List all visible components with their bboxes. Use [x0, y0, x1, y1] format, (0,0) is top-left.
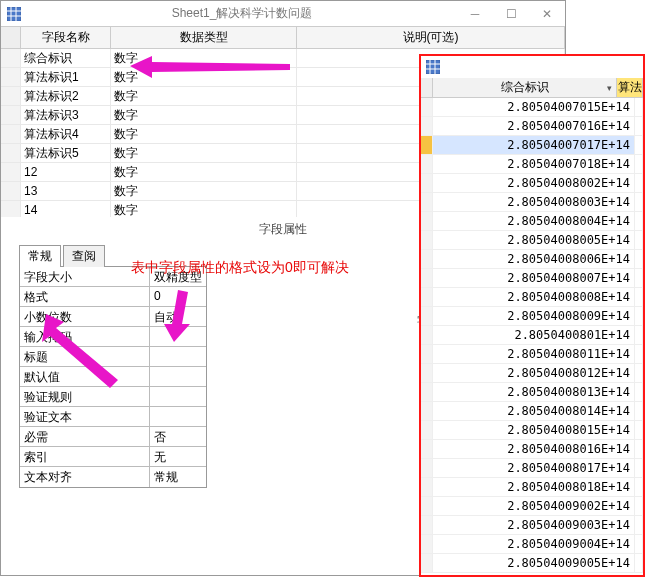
field-type-cell[interactable]: 数字	[111, 49, 297, 67]
cell-value[interactable]: 2.80504009003E+14	[433, 516, 635, 534]
cell-value[interactable]: 2.80504008008E+14	[433, 288, 635, 306]
maximize-button[interactable]: ☐	[493, 1, 529, 27]
field-type-cell[interactable]: 数字	[111, 68, 297, 86]
field-name-cell[interactable]: 算法标识1	[21, 68, 111, 86]
row-selector[interactable]	[421, 269, 433, 287]
field-name-cell[interactable]: 综合标识	[21, 49, 111, 67]
row-selector[interactable]	[1, 144, 21, 162]
field-type-cell[interactable]: 数字	[111, 182, 297, 200]
property-value[interactable]: 自动	[150, 307, 206, 326]
data-row[interactable]: 2.80504008012E+14	[421, 364, 643, 383]
data-row[interactable]: 2.80504008002E+14	[421, 174, 643, 193]
row-selector[interactable]	[421, 288, 433, 306]
row-selector[interactable]	[421, 326, 433, 344]
property-value[interactable]: 常规	[150, 467, 206, 487]
cell-value[interactable]: 2.80504008004E+14	[433, 212, 635, 230]
data-row[interactable]: 2.80504007018E+14	[421, 155, 643, 174]
row-selector[interactable]	[421, 212, 433, 230]
property-value[interactable]	[150, 407, 206, 426]
row-selector[interactable]	[421, 307, 433, 325]
property-value[interactable]: 0	[150, 287, 206, 306]
row-selector[interactable]	[421, 193, 433, 211]
row-selector[interactable]	[421, 516, 433, 534]
tab-lookup[interactable]: 查阅	[63, 245, 105, 267]
data-row[interactable]: 2.80504008014E+14	[421, 402, 643, 421]
field-name-cell[interactable]: 算法标识3	[21, 106, 111, 124]
cell-value[interactable]: 2.80504008018E+14	[433, 478, 635, 496]
column-header-2[interactable]: 算法	[617, 78, 643, 97]
data-row[interactable]: 2.80504008009E+14	[421, 307, 643, 326]
cell-value[interactable]: 2.80504009004E+14	[433, 535, 635, 553]
cell-value[interactable]: 2.80504008011E+14	[433, 345, 635, 363]
row-selector-header[interactable]	[1, 27, 21, 48]
data-row[interactable]: 2.80504008008E+14	[421, 288, 643, 307]
row-selector[interactable]	[421, 535, 433, 553]
data-row[interactable]: 2.80504009002E+14	[421, 497, 643, 516]
data-row[interactable]: 2.80504007015E+14	[421, 98, 643, 117]
field-type-cell[interactable]: 数字	[111, 144, 297, 162]
row-selector[interactable]	[421, 155, 433, 173]
property-value[interactable]	[150, 367, 206, 386]
cell-value[interactable]: 2.80504008005E+14	[433, 231, 635, 249]
row-selector[interactable]	[421, 383, 433, 401]
property-value[interactable]: 无	[150, 447, 206, 466]
minimize-button[interactable]: ─	[457, 1, 493, 27]
cell-value[interactable]: 2.80504009002E+14	[433, 497, 635, 515]
cell-value[interactable]: 2.80504008009E+14	[433, 307, 635, 325]
cell-value[interactable]: 2.80504008013E+14	[433, 383, 635, 401]
chevron-down-icon[interactable]: ▾	[607, 83, 612, 93]
property-value[interactable]	[150, 347, 206, 366]
data-row[interactable]: 2.80504008013E+14	[421, 383, 643, 402]
data-row[interactable]: 2.80504008015E+14	[421, 421, 643, 440]
close-button[interactable]: ✕	[529, 1, 565, 27]
data-row[interactable]: 2.80504008007E+14	[421, 269, 643, 288]
cell-value[interactable]: 2.80504007015E+14	[433, 98, 635, 116]
row-selector[interactable]	[1, 106, 21, 124]
cell-value[interactable]: 2.80504008002E+14	[433, 174, 635, 192]
col-data-type[interactable]: 数据类型	[111, 27, 297, 48]
cell-value[interactable]: 2.80504007018E+14	[433, 155, 635, 173]
data-row[interactable]: 2.80504009003E+14	[421, 516, 643, 535]
data-row[interactable]: 2.80504008005E+14	[421, 231, 643, 250]
row-selector[interactable]	[1, 163, 21, 181]
row-selector[interactable]	[1, 125, 21, 143]
row-selector[interactable]	[1, 87, 21, 105]
row-selector[interactable]	[1, 182, 21, 200]
row-selector[interactable]	[421, 250, 433, 268]
tab-general[interactable]: 常规	[19, 245, 61, 267]
row-selector[interactable]	[421, 478, 433, 496]
cell-value[interactable]: 2.80504008006E+14	[433, 250, 635, 268]
cell-value[interactable]: 2.80504008016E+14	[433, 440, 635, 458]
property-value[interactable]	[150, 387, 206, 406]
field-name-cell[interactable]: 算法标识4	[21, 125, 111, 143]
cell-value[interactable]: 2.80504008007E+14	[433, 269, 635, 287]
row-selector[interactable]	[421, 345, 433, 363]
cell-value[interactable]: 2.80504009005E+14	[433, 554, 635, 572]
cell-value[interactable]: 2.80504007016E+14	[433, 117, 635, 135]
property-value[interactable]	[150, 327, 206, 346]
field-type-cell[interactable]: 数字	[111, 125, 297, 143]
row-selector[interactable]	[421, 231, 433, 249]
row-selector[interactable]	[1, 49, 21, 67]
data-row[interactable]: 2.8050400801E+14	[421, 326, 643, 345]
data-row[interactable]: 2.80504008018E+14	[421, 478, 643, 497]
row-selector[interactable]	[421, 136, 433, 154]
data-row[interactable]: 2.80504008003E+14	[421, 193, 643, 212]
field-type-cell[interactable]: 数字	[111, 87, 297, 105]
row-selector[interactable]	[421, 364, 433, 382]
cell-value[interactable]: 2.80504008015E+14	[433, 421, 635, 439]
cell-value[interactable]: 2.80504007017E+14	[433, 136, 635, 154]
field-type-cell[interactable]: 数字	[111, 201, 297, 217]
row-selector[interactable]	[421, 497, 433, 515]
data-row[interactable]: 2.80504007016E+14	[421, 117, 643, 136]
field-name-cell[interactable]: 12	[21, 163, 111, 181]
data-row[interactable]: 2.80504007017E+14	[421, 136, 643, 155]
data-row[interactable]: 2.80504008006E+14	[421, 250, 643, 269]
data-row[interactable]: 2.80504008016E+14	[421, 440, 643, 459]
row-selector[interactable]	[1, 201, 21, 217]
field-name-cell[interactable]: 算法标识2	[21, 87, 111, 105]
col-field-name[interactable]: 字段名称	[21, 27, 111, 48]
property-value[interactable]: 否	[150, 427, 206, 446]
cell-value[interactable]: 2.80504008014E+14	[433, 402, 635, 420]
field-name-cell[interactable]: 14	[21, 201, 111, 217]
